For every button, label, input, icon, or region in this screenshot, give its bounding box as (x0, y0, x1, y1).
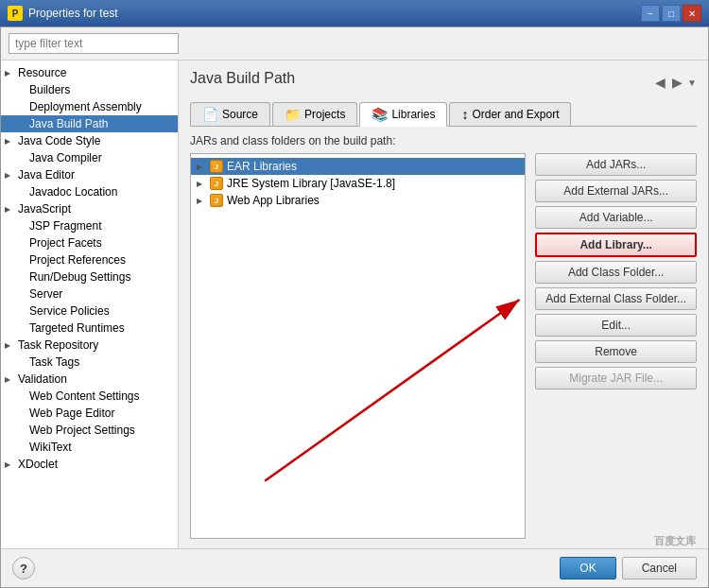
sidebar-item-wikitext[interactable]: WikiText (1, 439, 178, 456)
sidebar-item-validation[interactable]: ▶Validation (1, 371, 178, 388)
tab-order-export[interactable]: ↕Order and Export (449, 102, 571, 126)
sidebar-item-xdoclet[interactable]: ▶XDoclet (1, 456, 178, 473)
close-button[interactable]: ✕ (683, 5, 701, 22)
minimize-button[interactable]: − (641, 5, 660, 22)
jar-icon: J (210, 177, 223, 190)
tabs-container: 📄Source📁Projects📚Libraries↕Order and Exp… (190, 102, 697, 127)
sidebar-item-jsp-fragment[interactable]: JSP Fragment (1, 217, 178, 234)
sidebar-item-label: XDoclet (18, 458, 58, 471)
sidebar-item-task-tags[interactable]: Task Tags (1, 354, 178, 371)
sidebar-item-project-references[interactable]: Project References (1, 251, 178, 268)
title-bar: P Properties for test − □ ✕ (0, 0, 709, 26)
edit-button[interactable]: Edit... (535, 314, 697, 337)
expand-arrow: ▶ (5, 205, 14, 214)
build-path-content: ▶ J EAR Libraries ▶ J JRE System Library… (190, 153, 697, 539)
tab-projects[interactable]: 📁Projects (272, 102, 357, 126)
tree-item-jre-system[interactable]: ▶ J JRE System Library [JavaSE-1.8] (191, 175, 525, 192)
dialog-title: Properties for test (28, 7, 641, 20)
bottom-bar: ? OK Cancel (1, 548, 708, 587)
sidebar-item-targeted-runtimes[interactable]: Targeted Runtimes (1, 320, 178, 337)
sidebar-item-label: Web Page Editor (29, 406, 115, 420)
sidebar-item-label: Deployment Assembly (29, 100, 142, 113)
sidebar-item-task-repository[interactable]: ▶Task Repository (1, 337, 178, 354)
tab-label-projects: Projects (304, 108, 345, 121)
add-external-class-folder-button[interactable]: Add External Class Folder... (535, 287, 697, 310)
help-button[interactable]: ? (12, 557, 35, 579)
sidebar-item-java-editor[interactable]: ▶Java Editor (1, 166, 178, 183)
add-jars-button[interactable]: Add JARs... (535, 153, 697, 176)
nav-dropdown-button[interactable]: ▼ (687, 78, 697, 88)
tab-icon-projects: 📁 (285, 107, 301, 122)
sidebar-item-service-policies[interactable]: Service Policies (1, 303, 178, 320)
sidebar-item-label: Java Code Style (18, 134, 100, 147)
sidebar-item-project-facets[interactable]: Project Facets (1, 234, 178, 251)
watermark: 百度文库 (654, 534, 696, 548)
tab-source[interactable]: 📄Source (190, 102, 270, 126)
sidebar-item-java-compiler[interactable]: Java Compiler (1, 149, 178, 166)
tab-label-libraries: Libraries (391, 108, 435, 121)
sidebar-item-web-page-editor[interactable]: Web Page Editor (1, 405, 178, 422)
add-external-jars-button[interactable]: Add External JARs... (535, 180, 697, 202)
tab-libraries[interactable]: 📚Libraries (359, 102, 447, 127)
sidebar-item-label: Run/Debug Settings (29, 270, 130, 284)
sidebar-item-builders[interactable]: Builders (1, 81, 178, 98)
sidebar-item-java-build-path[interactable]: Java Build Path (1, 115, 178, 132)
expand-arrow: ▶ (5, 171, 14, 180)
jar-icon: J (210, 194, 223, 207)
sidebar-item-web-content-settings[interactable]: Web Content Settings (1, 388, 178, 405)
sidebar-item-label: Javadoc Location (29, 185, 117, 199)
maximize-button[interactable]: □ (662, 5, 681, 22)
expand-arrow: ▶ (5, 460, 14, 469)
right-panel: Java Build Path ◀ ▶ ▼ 📄Source📁Projects📚L… (179, 61, 708, 548)
ok-button[interactable]: OK (560, 557, 615, 579)
sidebar-item-label: Targeted Runtimes (29, 321, 125, 335)
tree-item-web-app-libraries[interactable]: ▶ J Web App Libraries (191, 192, 525, 209)
tree-expand-arrow: ▶ (197, 163, 206, 171)
sidebar-item-javascript[interactable]: ▶JavaScript (1, 200, 178, 217)
add-class-folder-button[interactable]: Add Class Folder... (535, 261, 697, 284)
expand-arrow: ▶ (5, 69, 14, 78)
content-area: ▶ResourceBuildersDeployment AssemblyJava… (1, 61, 708, 548)
tab-icon-libraries: 📚 (372, 107, 388, 122)
expand-arrow: ▶ (5, 341, 14, 350)
sidebar-item-label: Task Tags (29, 355, 79, 369)
add-variable-button[interactable]: Add Variable... (535, 206, 697, 229)
sidebar-item-web-project-settings[interactable]: Web Project Settings (1, 422, 178, 439)
sidebar-item-server[interactable]: Server (1, 285, 178, 303)
tree-item-label: Web App Libraries (227, 194, 320, 207)
sidebar-item-label: Resource (18, 66, 66, 79)
sidebar: ▶ResourceBuildersDeployment AssemblyJava… (1, 61, 179, 548)
add-library-button[interactable]: Add Library... (535, 233, 697, 257)
sidebar-item-label: Project Facets (29, 236, 102, 250)
bottom-buttons: OK Cancel (560, 557, 697, 579)
sidebar-item-label: JSP Fragment (29, 219, 101, 233)
sidebar-item-label: Server (29, 287, 62, 301)
tree-item-ear-libraries[interactable]: ▶ J EAR Libraries (191, 158, 525, 175)
expand-arrow: ▶ (5, 375, 14, 384)
sidebar-item-resource[interactable]: ▶Resource (1, 64, 178, 81)
sidebar-item-label: Builders (29, 83, 70, 96)
nav-back-button[interactable]: ◀ (653, 75, 667, 90)
tab-label-source: Source (222, 108, 258, 121)
sidebar-item-label: Web Content Settings (29, 389, 140, 403)
sidebar-item-label: Project References (29, 253, 126, 267)
sidebar-item-java-code-style[interactable]: ▶Java Code Style (1, 132, 178, 149)
properties-dialog: ▶ResourceBuildersDeployment AssemblyJava… (0, 26, 709, 588)
filter-input[interactable] (9, 33, 179, 54)
sidebar-item-run-debug-settings[interactable]: Run/Debug Settings (1, 268, 178, 285)
remove-button[interactable]: Remove (535, 340, 697, 363)
window-controls: − □ ✕ (641, 5, 701, 22)
nav-forward-button[interactable]: ▶ (670, 75, 684, 90)
build-path-label: JARs and class folders on the build path… (190, 134, 697, 147)
sidebar-item-label: Web Project Settings (29, 424, 135, 437)
tree-expand-arrow: ▶ (197, 180, 206, 188)
panel-title: Java Build Path (190, 70, 295, 87)
migrate-jar-button: Migrate JAR File... (535, 367, 697, 389)
cancel-button[interactable]: Cancel (622, 557, 697, 579)
jar-icon: J (210, 160, 223, 173)
sidebar-item-javadoc-location[interactable]: Javadoc Location (1, 183, 178, 200)
nav-arrows: ◀ ▶ ▼ (653, 75, 697, 90)
sidebar-item-deployment-assembly[interactable]: Deployment Assembly (1, 98, 178, 115)
tab-icon-source: 📄 (202, 107, 218, 122)
tree-item-label: JRE System Library [JavaSE-1.8] (227, 177, 395, 190)
